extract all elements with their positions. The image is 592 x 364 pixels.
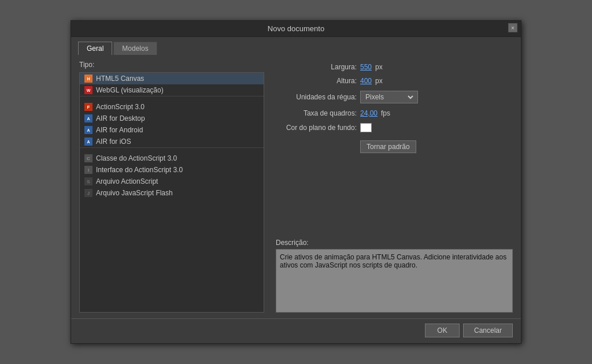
list-item-webgl[interactable]: W WebGL (visualização)	[80, 84, 264, 96]
tipo-label: Tipo:	[79, 61, 264, 69]
class-icon: C	[84, 154, 92, 162]
interface-label: Interface do ActionScript 3.0	[96, 166, 183, 174]
webgl-icon: W	[84, 86, 92, 94]
altura-unit: px	[375, 77, 383, 85]
descricao-box: Crie ativos de animação para HTML5 Canva…	[276, 249, 513, 313]
webgl-label: WebGL (visualização)	[96, 86, 164, 94]
unidades-select-wrapper[interactable]: Pixels Centímetros Polegadas Milímetros …	[360, 91, 418, 103]
arquivo-as-label: Arquivo ActionScript	[96, 177, 158, 185]
largura-label: Largura:	[276, 63, 357, 71]
air-ios-icon: A	[84, 138, 92, 146]
largura-value[interactable]: 550	[360, 63, 372, 71]
default-button[interactable]: Tornar padrão	[360, 140, 416, 153]
taxa-value[interactable]: 24,00	[360, 109, 378, 117]
largura-unit: px	[375, 63, 383, 71]
list-group-air: F ActionScript 3.0 A AIR for Desktop A A…	[80, 101, 264, 148]
descricao-text: Crie ativos de animação para HTML5 Canva…	[280, 253, 506, 269]
list-item-html5[interactable]: H HTML5 Canvas	[80, 73, 264, 84]
list-item-interface[interactable]: I Interface do ActionScript 3.0	[80, 164, 264, 176]
interface-icon: I	[84, 166, 92, 174]
descricao-section: Descrição: Crie ativos de animação para …	[276, 239, 513, 313]
html5-label: HTML5 Canvas	[96, 75, 144, 83]
default-row: Tornar padrão	[276, 138, 513, 153]
taxa-unit: fps	[381, 109, 390, 117]
arquivo-js-label: Arquivo JavaScript Flash	[96, 189, 173, 197]
list-group-web: H HTML5 Canvas W WebGL (visualização)	[80, 73, 264, 96]
unidades-select[interactable]: Pixels Centímetros Polegadas Milímetros …	[363, 92, 415, 102]
unidades-label: Unidades da régua:	[276, 93, 357, 101]
close-button[interactable]: ×	[508, 23, 517, 32]
list-item-as3[interactable]: F ActionScript 3.0	[80, 101, 264, 113]
ok-button[interactable]: OK	[425, 324, 460, 337]
color-swatch[interactable]	[360, 123, 372, 132]
tab-modelos[interactable]: Modelos	[113, 42, 157, 55]
as3-label: ActionScript 3.0	[96, 103, 145, 111]
air-desktop-label: AIR for Desktop	[96, 114, 145, 122]
list-item-air-ios[interactable]: A AIR for iOS	[80, 136, 264, 147]
altura-value[interactable]: 400	[360, 77, 372, 85]
cor-row: Cor do plano de fundo:	[276, 123, 513, 132]
as-icon: S	[84, 177, 92, 185]
list-item-arquivo-js[interactable]: J Arquivo JavaScript Flash	[80, 187, 264, 199]
title-bar: Novo documento ×	[71, 21, 521, 37]
list-item-arquivo-as[interactable]: S Arquivo ActionScript	[80, 176, 264, 187]
list-item-air-desktop[interactable]: A AIR for Desktop	[80, 113, 264, 124]
list-group-script: C Classe do ActionScript 3.0 I Interface…	[80, 153, 264, 199]
air-desktop-icon: A	[84, 114, 92, 122]
tabs-row: Geral Modelos	[71, 37, 521, 55]
list-item-air-android[interactable]: A AIR for Android	[80, 124, 264, 136]
taxa-label: Taxa de quadros:	[276, 109, 357, 117]
tab-geral[interactable]: Geral	[78, 42, 112, 55]
flash-icon: F	[84, 103, 92, 111]
cancel-button[interactable]: Cancelar	[463, 324, 513, 337]
bottom-bar: OK Cancelar	[71, 318, 521, 343]
descricao-label: Descrição:	[276, 239, 513, 247]
air-android-icon: A	[84, 126, 92, 134]
cor-label: Cor do plano de fundo:	[276, 124, 357, 132]
classe-label: Classe do ActionScript 3.0	[96, 154, 177, 162]
taxa-row: Taxa de quadros: 24,00 fps	[276, 109, 513, 117]
js-icon: J	[84, 189, 92, 197]
right-panel: Largura: 550 px Altura: 400 px Unidades …	[276, 61, 513, 313]
altura-row: Altura: 400 px	[276, 77, 513, 85]
left-panel: Tipo: H HTML5 Canvas W WebGL (visualizaç…	[79, 61, 264, 313]
type-list: H HTML5 Canvas W WebGL (visualização) F …	[79, 72, 264, 313]
unidades-row: Unidades da régua: Pixels Centímetros Po…	[276, 91, 513, 103]
html5-icon: H	[84, 75, 92, 83]
content-area: Tipo: H HTML5 Canvas W WebGL (visualizaç…	[71, 55, 521, 318]
largura-row: Largura: 550 px	[276, 63, 513, 71]
dialog-title: Novo documento	[268, 24, 324, 33]
list-item-classe[interactable]: C Classe do ActionScript 3.0	[80, 153, 264, 164]
air-ios-label: AIR for iOS	[96, 138, 131, 146]
air-android-label: AIR for Android	[96, 126, 143, 134]
altura-label: Altura:	[276, 77, 357, 85]
dialog: Novo documento × Geral Modelos Tipo: H H…	[71, 20, 521, 344]
